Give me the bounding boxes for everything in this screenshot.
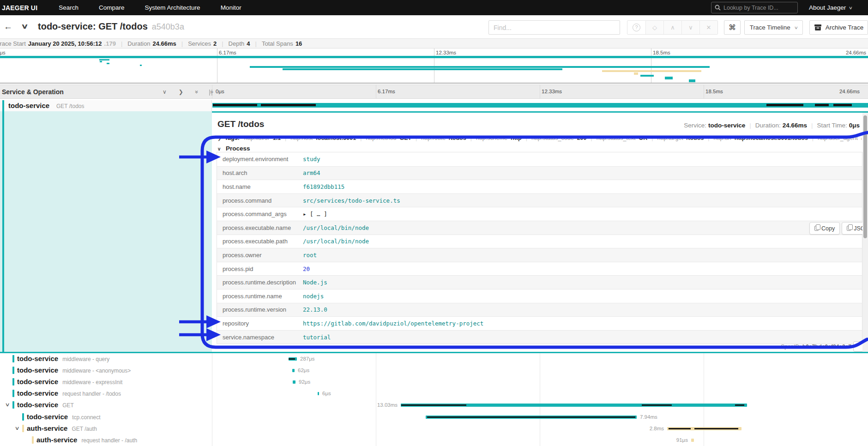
nav-item-system-architecture[interactable]: System Architecture (145, 4, 200, 11)
span-bar[interactable] (212, 103, 868, 108)
prev-result-icon[interactable]: ∧ (663, 21, 681, 34)
process-row[interactable]: process.runtime.version22.13.0 (217, 303, 862, 317)
nav-item-monitor[interactable]: Monitor (221, 4, 241, 11)
tags-accordion[interactable]: ❯Tags:http.flavor1.1|http.hostlocalhost:… (217, 135, 862, 144)
span-bar[interactable] (691, 439, 694, 442)
span-row-label[interactable]: ∨auth-serviceGET /auth (0, 423, 212, 434)
span-duration-label: 7.94ms (640, 414, 657, 420)
process-value: f61892dbb115 (303, 183, 344, 190)
span-names: todo-servicemiddleware - expressInit (17, 378, 122, 386)
info-value: 24.66ms (152, 40, 176, 47)
span-row-label[interactable]: todo-servicemiddleware - query (0, 353, 212, 365)
meta-value: todo-service (708, 122, 745, 129)
span-row-selected: todo-service GET /todos (0, 100, 868, 111)
process-row[interactable]: process.executable.path/usr/local/bin/no… (217, 235, 862, 248)
service-color-bar (12, 367, 14, 374)
copy-button[interactable]: Copy (809, 222, 840, 235)
process-key: repository (217, 320, 303, 327)
process-key: process.owner (217, 252, 303, 259)
chevron-down-icon[interactable]: ∨ (14, 425, 19, 431)
span-bar[interactable] (426, 416, 637, 419)
trace-view-select[interactable]: Trace Timeline ∨ (744, 20, 803, 35)
clear-icon[interactable]: ✕ (699, 21, 717, 34)
process-key: service.namespace (217, 334, 303, 341)
process-row[interactable]: service.namespacetutorial (217, 330, 862, 344)
process-value: 20 (303, 265, 310, 272)
critical-path-segment (694, 428, 738, 429)
span-row-label[interactable]: todo-service GET /todos (0, 100, 212, 111)
span-bar[interactable] (289, 357, 297, 361)
process-row[interactable]: process.ownerroot (217, 248, 862, 262)
about-menu[interactable]: About Jaeger ∨ (809, 0, 852, 15)
process-row[interactable]: host.archarm64 (217, 166, 862, 180)
process-row[interactable]: process.runtime.descriptionNode.js (217, 275, 862, 289)
span-bar[interactable] (293, 380, 295, 384)
process-label: Process (226, 145, 250, 152)
archive-trace-button[interactable]: Archive Trace (809, 20, 868, 35)
span-row-label[interactable]: todo-servicerequest handler - /todos (0, 388, 212, 399)
span-row-label[interactable]: todo-servicemiddleware - <anonymous> (0, 365, 212, 376)
detail-left-panel (0, 111, 212, 353)
span-row-label[interactable]: auth-servicerequest handler - /auth (0, 434, 212, 446)
meta-separator: | (749, 122, 751, 129)
span-row-label[interactable]: todo-servicetcp.connect (0, 411, 212, 423)
process-row[interactable]: process.command_args▸ [ … ] (217, 207, 862, 221)
tag-value: http://localhost:3001/todos (735, 135, 808, 141)
process-accordion[interactable]: ∨ Process (217, 145, 250, 152)
scrollbar-thumb[interactable] (863, 115, 867, 238)
span-bar[interactable] (318, 392, 319, 395)
span-names: todo-servicerequest handler - /todos (17, 389, 121, 397)
back-button[interactable]: ← (4, 22, 12, 32)
collapse-one-icon[interactable]: » (193, 90, 200, 93)
process-row[interactable]: process.commandsrc/services/todo-service… (217, 193, 862, 207)
meta-value: 0μs (849, 122, 860, 129)
find-input[interactable] (488, 20, 620, 35)
process-row[interactable]: repositoryhttps://gitlab.com/davidpuziol… (217, 316, 862, 330)
process-row[interactable]: host.namef61892dbb115 (217, 180, 862, 193)
expand-one-icon[interactable]: ❯ (179, 89, 183, 95)
keyboard-shortcuts-button[interactable]: ⌘ (724, 20, 741, 35)
span-bar[interactable] (401, 404, 747, 407)
chevron-down-icon: ∨ (217, 146, 221, 151)
minimap-span-bar (602, 70, 701, 72)
help-icon[interactable]: ? (627, 21, 645, 34)
trace-lookup-input[interactable] (723, 5, 793, 11)
nav-item-search[interactable]: Search (59, 4, 78, 11)
tag-value: 1.1 (273, 135, 281, 141)
process-row[interactable]: deployment.environmentstudy (217, 152, 862, 166)
meta-label: Start Time: (817, 122, 847, 129)
next-result-icon[interactable]: ∨ (681, 21, 699, 34)
chevron-down-icon[interactable]: ∨ (5, 402, 10, 408)
span-row-label[interactable]: ∨todo-serviceGET (0, 399, 212, 411)
column-divider (212, 353, 212, 446)
info-label: Duration (127, 40, 150, 47)
process-value: tutorial (303, 334, 331, 341)
process-row[interactable]: process.runtime.namenodejs (217, 289, 862, 303)
tag-value: http (511, 135, 522, 141)
jaeger-trace-page: JAEGER UI SearchCompareSystem Architectu… (0, 0, 868, 446)
span-id-footer: SpanID: b0a7bdc0cf84a3a7 (781, 344, 851, 350)
detail-scrollbar[interactable] (862, 113, 868, 352)
collapse-all-icon[interactable]: ∨ (163, 89, 167, 95)
timeline-gridline (376, 353, 376, 446)
process-row[interactable]: process.pid20 (217, 262, 862, 276)
tag-key: http.route (421, 135, 446, 141)
service-color-bar (12, 355, 14, 362)
trace-minimap[interactable]: 0μs6.17ms12.33ms18.5ms24.66ms (0, 48, 868, 84)
span-service-name: todo-service (17, 355, 58, 362)
span-bar[interactable] (292, 369, 295, 372)
tags-label: Tags: (224, 135, 239, 141)
tag-value: OK (639, 135, 648, 141)
critical-path-segment (289, 358, 295, 360)
app-logo[interactable]: JAEGER UI (2, 4, 37, 12)
tag-separator: | (651, 135, 653, 141)
span-bar[interactable] (667, 427, 741, 430)
critical-path-segment (401, 404, 466, 406)
diamond-icon[interactable]: ◇ (645, 21, 663, 34)
meta-label: Duration: (755, 122, 781, 129)
trace-collapse-chevron[interactable]: ∨ (21, 22, 28, 30)
process-row[interactable]: process.executable.name/usr/local/bin/no… (217, 221, 862, 235)
span-row-label[interactable]: todo-servicemiddleware - expressInit (0, 376, 212, 388)
nav-item-compare[interactable]: Compare (99, 4, 125, 11)
column-resize-handle[interactable] (209, 90, 212, 96)
